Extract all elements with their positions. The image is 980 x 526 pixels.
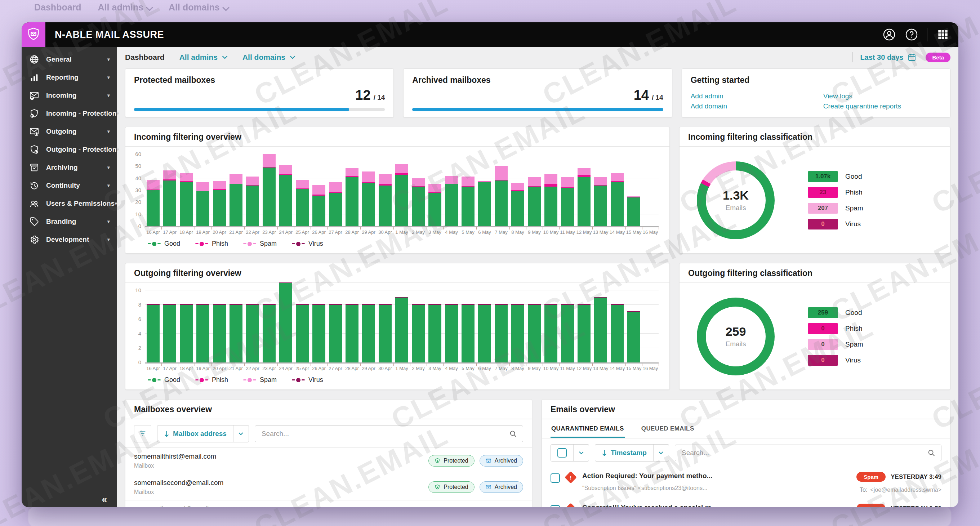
email-checkbox[interactable] bbox=[550, 505, 560, 507]
x-tick-label: 28 Apr bbox=[344, 365, 360, 371]
select-all-checkbox[interactable] bbox=[557, 448, 567, 458]
legend-item-virus[interactable]: Virus bbox=[292, 376, 323, 384]
email-timestamp: YESTERDAY 2:59 bbox=[891, 505, 942, 508]
bar-column bbox=[145, 154, 161, 226]
bar-segment-good bbox=[478, 305, 491, 362]
bar-column bbox=[476, 290, 493, 362]
help-icon[interactable] bbox=[905, 28, 918, 41]
tab-queued-emails[interactable]: QUEUED EMAILS bbox=[641, 420, 695, 438]
legend-marker bbox=[292, 242, 305, 246]
add-admin-link[interactable]: Add admin bbox=[691, 92, 809, 100]
add-domain-link[interactable]: Add domain bbox=[691, 102, 809, 110]
bar-column bbox=[161, 290, 178, 362]
sort-by-timestamp[interactable]: Timestamp bbox=[595, 449, 653, 457]
date-range-picker[interactable]: Last 30 days bbox=[860, 53, 916, 62]
admins-filter-dropdown[interactable]: All admins bbox=[180, 53, 228, 62]
bar-segment-spam bbox=[213, 181, 226, 189]
legend-item-phish[interactable]: Phish bbox=[195, 240, 228, 248]
emails-search-input[interactable] bbox=[681, 448, 928, 457]
mailbox-row[interactable]: somemailsecond@email.com Mailbox Protect… bbox=[126, 474, 532, 500]
incoming-filtering-chart: 010203040506016 Apr17 Apr18 Apr19 Apr20 … bbox=[126, 147, 670, 253]
calendar-icon bbox=[908, 53, 916, 62]
domains-filter-dropdown[interactable]: All domains bbox=[242, 53, 296, 62]
account-icon[interactable] bbox=[882, 28, 896, 41]
bar-column bbox=[294, 154, 310, 226]
legend-label: Phish bbox=[845, 188, 862, 196]
bar-segment-good bbox=[412, 305, 425, 362]
mailboxes-search-input[interactable] bbox=[261, 429, 509, 438]
legend-item-phish[interactable]: Phish bbox=[195, 376, 228, 384]
tab-quarantined-emails[interactable]: QUARANTINED EMAILS bbox=[550, 420, 625, 438]
sidebar-item-archiving[interactable]: Archiving ▾ bbox=[22, 159, 117, 176]
bar-column bbox=[228, 290, 244, 362]
stacked-bar bbox=[445, 304, 458, 362]
legend-item-spam[interactable]: Spam bbox=[243, 240, 277, 248]
legend-label: Good bbox=[164, 376, 180, 384]
bar-column bbox=[360, 154, 377, 226]
legend-item-good[interactable]: Good bbox=[148, 376, 180, 384]
stacked-bar bbox=[379, 304, 391, 362]
chevron-down-icon: ▾ bbox=[107, 56, 110, 63]
select-options-dropdown[interactable] bbox=[574, 445, 589, 461]
sidebar-item-branding[interactable]: Branding ▾ bbox=[22, 213, 117, 230]
x-tick-label: 22 Apr bbox=[244, 229, 261, 235]
mailbox-row[interactable]: somemailsecond@email.com Mailbox Protect… bbox=[126, 500, 532, 507]
classification-legend: 259 Good0 Phish0 Spam0 Virus bbox=[808, 307, 863, 365]
bar-segment-good bbox=[312, 195, 325, 226]
x-tick-label: 25 Apr bbox=[294, 229, 310, 235]
stacked-bar bbox=[180, 304, 193, 362]
bar-segment-spam bbox=[279, 165, 292, 174]
sidebar-collapse-button[interactable]: « bbox=[102, 495, 107, 504]
legend-item-virus[interactable]: Virus bbox=[292, 240, 323, 248]
sidebar-item-label: Continuity bbox=[46, 181, 107, 189]
mailbox-address: somemailthirst@email.com bbox=[134, 453, 428, 461]
x-tick-label: 24 Apr bbox=[277, 229, 294, 235]
filter-button[interactable] bbox=[134, 425, 151, 442]
apps-grid-icon[interactable] bbox=[936, 28, 950, 41]
sort-options-dropdown[interactable] bbox=[654, 445, 669, 461]
create-quarantine-reports-link[interactable]: Create quarantine reports bbox=[823, 102, 942, 110]
main-content: Dashboard All admins All domains bbox=[117, 47, 958, 507]
bar-column bbox=[410, 290, 426, 362]
sidebar-item-incoming[interactable]: Incoming ▾ bbox=[22, 86, 117, 105]
sidebar-item-general[interactable]: General ▾ bbox=[22, 51, 117, 68]
chevron-down-icon: ▾ bbox=[107, 128, 110, 135]
bar-segment-spam bbox=[461, 176, 474, 186]
stacked-bar bbox=[495, 304, 508, 362]
sidebar-item-development[interactable]: Development ▾ bbox=[22, 230, 117, 249]
legend-value-chip: 0 bbox=[808, 355, 838, 365]
bar-column bbox=[526, 154, 542, 226]
sort-by-mailbox-address[interactable]: Mailbox address bbox=[158, 430, 233, 438]
outgoing-row: Outgoing filtering overview 024681016 Ap… bbox=[125, 263, 950, 390]
sidebar-item-users-permissions[interactable]: Users & Permissions ▾ bbox=[22, 195, 117, 213]
sidebar-item-outgoing[interactable]: Outgoing ▾ bbox=[22, 122, 117, 140]
x-tick-label: 19 Apr bbox=[194, 229, 211, 235]
legend-item-good[interactable]: Good bbox=[148, 240, 180, 248]
sidebar-item-outgoing-protection[interactable]: Outgoing - Protection ▾ bbox=[22, 140, 117, 159]
brand-logo[interactable] bbox=[22, 22, 45, 47]
email-checkbox[interactable] bbox=[550, 474, 560, 483]
bar-column bbox=[559, 290, 576, 362]
mailbox-info: somemailthirst@email.com Mailbox bbox=[134, 453, 428, 469]
sidebar-item-continuity[interactable]: Continuity ▾ bbox=[22, 176, 117, 195]
spam-badge: Spam bbox=[856, 472, 886, 482]
donut-center: 259 Emails bbox=[697, 297, 775, 375]
x-tick-label: 13 May bbox=[592, 365, 609, 371]
bar-segment-good bbox=[561, 188, 574, 226]
sidebar-item-incoming-protection[interactable]: Incoming - Protection ▾ bbox=[22, 105, 117, 122]
x-tick-label: 17 Apr bbox=[161, 365, 178, 371]
stacked-bar bbox=[594, 177, 607, 226]
legend-item-spam[interactable]: Spam bbox=[243, 376, 277, 384]
email-row[interactable]: ! Action Reqiured: Your payment metho...… bbox=[542, 467, 950, 498]
x-tick-label: 27 Apr bbox=[327, 229, 344, 235]
bar-column bbox=[542, 290, 559, 362]
stats-row: Protected mailboxes 12 / 14 Archived mai… bbox=[125, 68, 950, 118]
sort-options-dropdown[interactable] bbox=[234, 426, 248, 442]
view-logs-link[interactable]: View logs bbox=[823, 92, 942, 100]
bar-segment-good bbox=[594, 186, 607, 226]
bar-column bbox=[244, 290, 261, 362]
sidebar-item-reporting[interactable]: Reporting ▾ bbox=[22, 68, 117, 86]
email-row[interactable]: ! Congrats!!! You've received a special … bbox=[542, 498, 950, 507]
bar-column bbox=[344, 290, 360, 362]
mailbox-row[interactable]: somemailthirst@email.com Mailbox Protect… bbox=[126, 447, 532, 474]
